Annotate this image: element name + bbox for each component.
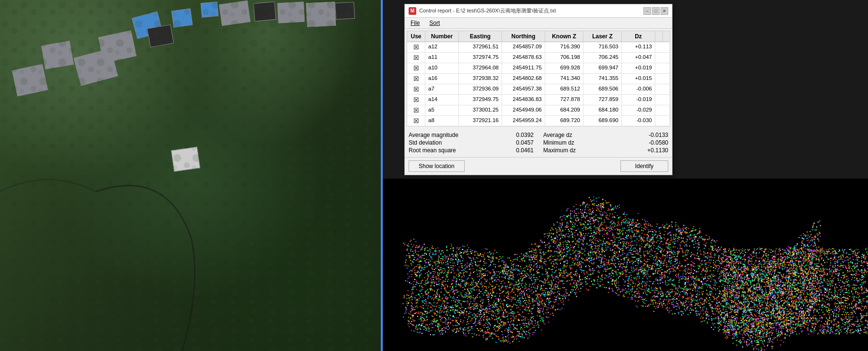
title-left: M Control report - E:\2 test\GS-260X\云南地… bbox=[409, 7, 556, 15]
cell-3: 2454878.63 bbox=[502, 53, 545, 63]
stats-section: Average magnitude 0.0392 Std deviation 0… bbox=[405, 128, 672, 157]
max-dz-value: +0.1130 bbox=[647, 147, 668, 154]
cell-0: ☒ bbox=[407, 63, 425, 73]
aerial-view bbox=[0, 0, 381, 351]
cell-3: 2454959.24 bbox=[502, 116, 545, 126]
cell-4: 689.720 bbox=[545, 116, 583, 126]
cell-6: +0.047 bbox=[622, 53, 655, 63]
cell-2: 372961.51 bbox=[459, 42, 502, 52]
table-row[interactable]: ☒a10372964.082454911.75699.928699.947+0.… bbox=[407, 63, 670, 74]
data-table: Use Number Easting Northing Known Z Lase… bbox=[407, 31, 670, 126]
window-controls: – □ ✕ bbox=[643, 7, 668, 15]
cell-1: a8 bbox=[425, 116, 459, 126]
stat-avg-magnitude: Average magnitude 0.0392 Std deviation 0… bbox=[409, 131, 534, 154]
cell-0: ☒ bbox=[407, 74, 425, 84]
col-known-z: Known Z bbox=[545, 31, 583, 42]
cell-5: 706.245 bbox=[583, 53, 622, 63]
table-row[interactable]: ☒a8372921.162454959.24689.720689.690-0.0… bbox=[407, 116, 670, 126]
cell-4: 716.390 bbox=[545, 42, 583, 52]
cell-0: ☒ bbox=[407, 116, 425, 126]
col-use: Use bbox=[407, 31, 425, 42]
minimize-button[interactable]: – bbox=[643, 7, 651, 15]
table-row[interactable]: ☒a11372974.752454878.63706.198706.245+0.… bbox=[407, 53, 670, 63]
cell-4: 706.198 bbox=[545, 53, 583, 63]
cell-6: +0.019 bbox=[622, 63, 655, 73]
table-row[interactable]: ☒a7372936.092454957.38689.512689.506-0.0… bbox=[407, 84, 670, 95]
rms-value: 0.0461 bbox=[516, 147, 534, 154]
cell-2: 372938.32 bbox=[459, 74, 502, 84]
cell-6: +0.015 bbox=[622, 74, 655, 84]
maximize-button[interactable]: □ bbox=[652, 7, 660, 15]
cell-1: a5 bbox=[425, 105, 459, 115]
cell-5: 684.180 bbox=[583, 105, 622, 115]
cell-3: 2454957.38 bbox=[502, 84, 545, 94]
window-titlebar: M Control report - E:\2 test\GS-260X\云南地… bbox=[405, 4, 672, 18]
cell-6: -0.019 bbox=[622, 95, 655, 105]
cell-0: ☒ bbox=[407, 42, 425, 52]
close-button[interactable]: ✕ bbox=[661, 7, 668, 15]
avg-dz-value: -0.0133 bbox=[649, 132, 668, 138]
cell-3: 2454911.75 bbox=[502, 63, 545, 73]
std-dev-label: Std deviation bbox=[409, 139, 442, 146]
avg-magnitude-label: Average magnitude bbox=[409, 132, 458, 138]
show-location-button[interactable]: Show location bbox=[409, 160, 465, 172]
cell-3: 2454949.06 bbox=[502, 105, 545, 115]
cell-1: a16 bbox=[425, 74, 459, 84]
cell-0: ☒ bbox=[407, 95, 425, 105]
col-dz: Dz bbox=[622, 31, 655, 42]
col-laser-z: Laser Z bbox=[583, 31, 622, 42]
window-title: Control report - E:\2 test\GS-260X\云南地形测… bbox=[419, 7, 556, 14]
cell-4: 684.209 bbox=[545, 105, 583, 115]
std-dev-value: 0.0457 bbox=[516, 139, 534, 146]
cell-0: ☒ bbox=[407, 84, 425, 94]
cell-1: a14 bbox=[425, 95, 459, 105]
cell-5: 727.859 bbox=[583, 95, 622, 105]
col-scroll-spacer bbox=[655, 31, 663, 42]
identify-button[interactable]: Identify bbox=[620, 160, 668, 172]
cell-1: a7 bbox=[425, 84, 459, 94]
cell-6: -0.006 bbox=[622, 84, 655, 94]
cell-1: a10 bbox=[425, 63, 459, 73]
cell-2: 372964.08 bbox=[459, 63, 502, 73]
stat-dz: Average dz -0.0133 Minimum dz -0.0580 Ma… bbox=[543, 131, 668, 154]
menu-sort[interactable]: Sort bbox=[427, 19, 442, 27]
road-overlay bbox=[0, 0, 381, 351]
cell-4: 741.340 bbox=[545, 74, 583, 84]
cell-2: 373001.25 bbox=[459, 105, 502, 115]
cell-4: 699.928 bbox=[545, 63, 583, 73]
cell-5: 699.947 bbox=[583, 63, 622, 73]
max-dz-label: Maximum dz bbox=[543, 147, 576, 154]
col-number: Number bbox=[425, 31, 459, 42]
point-cloud-view bbox=[383, 179, 868, 351]
menu-file[interactable]: File bbox=[409, 19, 422, 27]
cell-3: 2454802.68 bbox=[502, 74, 545, 84]
table-row[interactable]: ☒a5373001.252454949.06684.209684.180-0.0… bbox=[407, 105, 670, 116]
cell-5: 689.690 bbox=[583, 116, 622, 126]
button-row: Show location Identify bbox=[405, 157, 672, 175]
cell-5: 716.503 bbox=[583, 42, 622, 52]
right-panel: M Control report - E:\2 test\GS-260X\云南地… bbox=[383, 0, 868, 351]
avg-magnitude-value: 0.0392 bbox=[516, 132, 534, 138]
col-northing: Northing bbox=[502, 31, 545, 42]
min-dz-label: Minimum dz bbox=[543, 139, 574, 146]
table-row[interactable]: ☒a14372949.752454836.83727.878727.859-0.… bbox=[407, 95, 670, 105]
cell-0: ☒ bbox=[407, 53, 425, 63]
cell-1: a11 bbox=[425, 53, 459, 63]
table-header: Use Number Easting Northing Known Z Lase… bbox=[407, 31, 670, 42]
table-body[interactable]: ☒a12372961.512454857.09716.390716.503+0.… bbox=[407, 42, 670, 126]
table-row[interactable]: ☒a16372938.322454802.68741.340741.355+0.… bbox=[407, 74, 670, 84]
table-row[interactable]: ☒a12372961.512454857.09716.390716.503+0.… bbox=[407, 42, 670, 53]
col-easting: Easting bbox=[459, 31, 502, 42]
cell-2: 372949.75 bbox=[459, 95, 502, 105]
cell-6: -0.029 bbox=[622, 105, 655, 115]
cell-4: 727.878 bbox=[545, 95, 583, 105]
menu-bar: File Sort bbox=[405, 18, 672, 29]
point-cloud-canvas bbox=[383, 179, 868, 351]
cell-3: 2454857.09 bbox=[502, 42, 545, 52]
cell-4: 689.512 bbox=[545, 84, 583, 94]
cell-5: 741.355 bbox=[583, 74, 622, 84]
cell-1: a12 bbox=[425, 42, 459, 52]
cell-2: 372921.16 bbox=[459, 116, 502, 126]
cell-6: +0.113 bbox=[622, 42, 655, 52]
cell-2: 372936.09 bbox=[459, 84, 502, 94]
